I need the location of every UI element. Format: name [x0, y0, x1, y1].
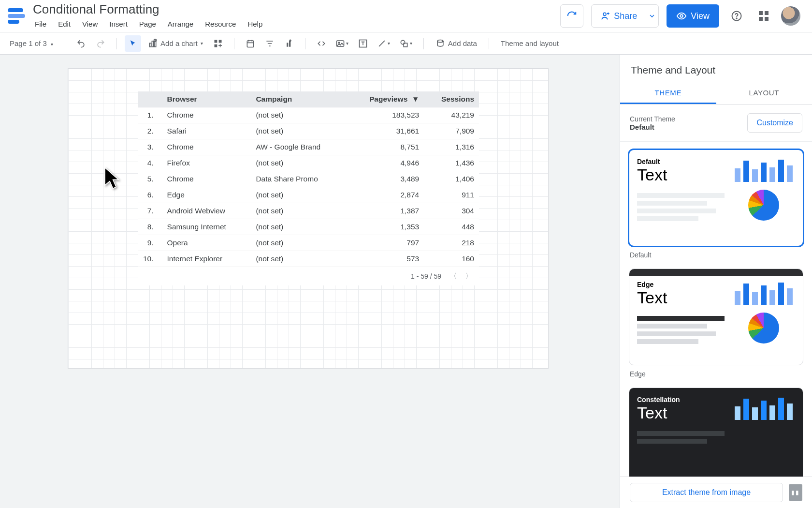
image-icon	[335, 39, 345, 48]
col-campaign[interactable]: Campaign	[251, 91, 347, 107]
theme-scroll[interactable]: Default Text Default Edge Text Edge	[620, 142, 812, 477]
next-page-button[interactable]: 〉	[465, 272, 472, 281]
prev-page-button[interactable]: 〈	[450, 272, 457, 281]
tab-layout[interactable]: LAYOUT	[716, 83, 812, 104]
cell-sessions: 448	[424, 219, 479, 235]
theme-card-default[interactable]: Default Text	[629, 149, 803, 246]
cell-browser: Android Webview	[162, 203, 251, 219]
pause-button[interactable]: ▮▮	[789, 484, 802, 501]
cell-index: 5.	[138, 171, 162, 187]
refresh-button[interactable]	[560, 4, 583, 28]
menu-page[interactable]: Page	[134, 18, 161, 30]
panel-tabs: THEME LAYOUT	[620, 83, 812, 105]
theme-card-constellation[interactable]: Constellation Text	[629, 388, 803, 477]
cell-sessions: 218	[424, 235, 479, 251]
menu-help[interactable]: Help	[243, 18, 267, 30]
cell-sessions: 911	[424, 187, 479, 203]
text-button[interactable]	[355, 35, 371, 52]
view-label: View	[691, 11, 710, 21]
help-button[interactable]	[727, 6, 746, 26]
table-row[interactable]: 9. Opera (not set) 797 218	[138, 235, 479, 251]
undo-button[interactable]	[73, 35, 89, 52]
embed-button[interactable]	[313, 35, 330, 52]
community-vis-button[interactable]	[210, 35, 226, 52]
menu-insert[interactable]: Insert	[104, 18, 132, 30]
canvas-page[interactable]: Browser Campaign Pageviews ▼ Sessions 1.…	[68, 68, 549, 369]
mini-bars-icon	[735, 158, 793, 182]
table-row[interactable]: 3. Chrome AW - Google Brand 8,751 1,316	[138, 139, 479, 155]
table-row[interactable]: 5. Chrome Data Share Promo 3,489 1,406	[138, 171, 479, 187]
menu-edit[interactable]: Edit	[53, 18, 75, 30]
col-index[interactable]	[138, 91, 162, 107]
table-row[interactable]: 6. Edge (not set) 2,874 911	[138, 187, 479, 203]
cell-index: 9.	[138, 235, 162, 251]
svg-rect-9	[218, 40, 221, 43]
theme-layout-button[interactable]: Theme and layout	[497, 39, 563, 47]
cell-index: 7.	[138, 203, 162, 219]
page-selector[interactable]: Page 1 of 3 ▾	[6, 39, 57, 47]
cell-browser: Opera	[162, 235, 251, 251]
menu-resource[interactable]: Resource	[200, 18, 241, 30]
customize-button[interactable]: Customize	[747, 113, 802, 133]
shape-button[interactable]: ▾	[396, 35, 416, 52]
theme-layout-panel: Theme and Layout THEME LAYOUT Current Th…	[620, 55, 812, 508]
tab-theme[interactable]: THEME	[620, 83, 716, 104]
cell-campaign: (not set)	[251, 107, 347, 123]
data-control-button[interactable]	[281, 35, 297, 52]
add-chart-button[interactable]: Add a chart ▾	[144, 35, 207, 52]
table-chart[interactable]: Browser Campaign Pageviews ▼ Sessions 1.…	[138, 91, 479, 285]
svg-rect-11	[247, 41, 253, 47]
table-row[interactable]: 1. Chrome (not set) 183,523 43,219	[138, 107, 479, 123]
theme-name: Edge	[637, 281, 725, 288]
cell-sessions: 1,316	[424, 139, 479, 155]
table-row[interactable]: 8. Samsung Internet (not set) 1,353 448	[138, 219, 479, 235]
table-row[interactable]: 10. Internet Explorer (not set) 573 160	[138, 251, 479, 267]
table-row[interactable]: 4. Firefox (not set) 4,946 1,436	[138, 155, 479, 171]
data-table: Browser Campaign Pageviews ▼ Sessions 1.…	[138, 91, 479, 267]
view-button[interactable]: View	[667, 4, 719, 28]
table-footer: 1 - 59 / 59 〈 〉	[138, 267, 479, 285]
image-button[interactable]: ▾	[333, 35, 352, 52]
cell-campaign: (not set)	[251, 187, 347, 203]
svg-point-3	[736, 18, 737, 19]
cell-campaign: (not set)	[251, 251, 347, 267]
col-pageviews[interactable]: Pageviews ▼	[347, 91, 424, 107]
svg-rect-12	[287, 43, 288, 46]
table-row[interactable]: 2. Safari (not set) 31,661 7,909	[138, 123, 479, 139]
filter-icon	[265, 39, 275, 48]
cell-pageviews: 183,523	[347, 107, 424, 123]
user-avatar[interactable]	[781, 6, 800, 26]
cell-sessions: 160	[424, 251, 479, 267]
filter-button[interactable]	[261, 35, 278, 52]
header-left: Conditional Formatting File Edit View In…	[33, 2, 267, 30]
apps-button[interactable]	[754, 6, 773, 26]
share-button[interactable]: Share	[592, 5, 645, 27]
canvas-area[interactable]: Browser Campaign Pageviews ▼ Sessions 1.…	[0, 55, 620, 508]
col-browser[interactable]: Browser	[162, 91, 251, 107]
pointer-tool[interactable]	[125, 35, 141, 52]
menu-file[interactable]: File	[30, 18, 51, 30]
share-dropdown[interactable]	[645, 5, 658, 27]
table-row[interactable]: 7. Android Webview (not set) 1,387 304	[138, 203, 479, 219]
apps-grid-icon	[759, 11, 768, 21]
date-range-button[interactable]	[242, 35, 259, 52]
extract-theme-button[interactable]: Extract theme from image	[630, 483, 783, 502]
menu-view[interactable]: View	[77, 18, 102, 30]
line-button[interactable]: ▾	[374, 35, 393, 52]
add-data-button[interactable]: Add data	[432, 35, 481, 52]
cell-browser: Internet Explorer	[162, 251, 251, 267]
cell-pageviews: 8,751	[347, 139, 424, 155]
table-header: Browser Campaign Pageviews ▼ Sessions	[138, 91, 479, 107]
cell-campaign: (not set)	[251, 123, 347, 139]
redo-button[interactable]	[92, 35, 109, 52]
cell-sessions: 43,219	[424, 107, 479, 123]
doc-title[interactable]: Conditional Formatting	[33, 2, 267, 17]
main-area: Browser Campaign Pageviews ▼ Sessions 1.…	[0, 55, 812, 508]
menu-arrange[interactable]: Arrange	[163, 18, 198, 30]
cell-index: 10.	[138, 251, 162, 267]
col-sessions[interactable]: Sessions	[424, 91, 479, 107]
cell-campaign: (not set)	[251, 235, 347, 251]
cell-pageviews: 573	[347, 251, 424, 267]
theme-card-edge[interactable]: Edge Text	[629, 269, 803, 365]
code-icon	[317, 39, 326, 48]
